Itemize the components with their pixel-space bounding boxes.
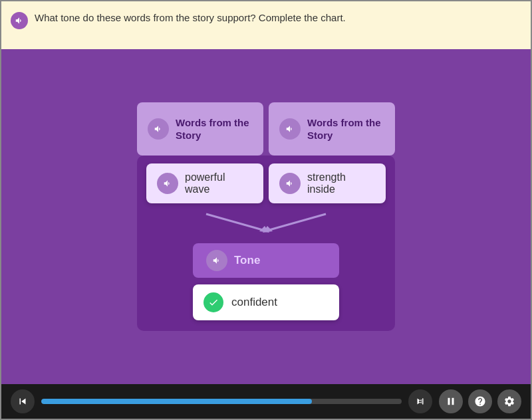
question-bar: What tone do these words from the story … (1, 1, 531, 49)
speaker-icon (212, 256, 221, 265)
toolbar (1, 384, 531, 419)
word-card-left: powerful wave (146, 163, 263, 203)
toolbar-right (439, 389, 521, 413)
audio-button-left-header[interactable] (148, 118, 169, 140)
word-cards-row: powerful wave strength inside (146, 163, 386, 203)
speaker-icon (154, 124, 163, 134)
svg-line-0 (206, 214, 263, 230)
audio-button-word-right[interactable] (279, 173, 301, 194)
audio-button-tone[interactable] (206, 250, 227, 271)
story-box-left: Words from the Story (137, 102, 263, 156)
help-button[interactable] (468, 389, 492, 413)
word-right-text: strength inside (307, 171, 375, 195)
audio-icon (15, 16, 24, 25)
checkmark-icon (208, 297, 219, 308)
skip-forward-button[interactable] (408, 389, 432, 413)
progress-track[interactable] (41, 399, 402, 404)
progress-fill (41, 399, 312, 404)
story-box-left-label: Words from the Story (176, 116, 253, 142)
answer-card: confident (193, 284, 339, 320)
speaker-icon (285, 179, 295, 188)
main-content: Words from the Story Words from the Stor… (1, 49, 531, 384)
top-row: Words from the Story Words from the Stor… (137, 102, 395, 156)
skip-forward-icon (414, 395, 426, 407)
speaker-icon (285, 124, 295, 134)
story-box-right: Words from the Story (269, 102, 395, 156)
skip-back-icon (17, 395, 29, 407)
story-box-right-label: Words from the Story (307, 116, 384, 142)
word-card-right: strength inside (269, 163, 386, 203)
settings-button[interactable] (497, 389, 521, 413)
audio-button-right-header[interactable] (279, 118, 301, 140)
skip-back-button[interactable] (11, 389, 35, 413)
tone-box: Tone (193, 243, 339, 278)
word-left-text: powerful wave (185, 171, 253, 195)
svg-line-1 (269, 214, 326, 230)
pause-icon (445, 395, 457, 407)
question-text: What tone do these words from the story … (35, 11, 346, 26)
pause-button[interactable] (439, 389, 463, 413)
tone-label: Tone (234, 254, 260, 267)
chart-wrapper: Words from the Story Words from the Stor… (137, 102, 395, 331)
speaker-icon (163, 179, 172, 188)
progress-container (41, 399, 402, 404)
audio-button-word-left[interactable] (157, 173, 178, 194)
help-icon (474, 395, 486, 407)
settings-icon (503, 395, 515, 407)
check-circle (203, 292, 223, 312)
answer-text: confident (231, 296, 277, 309)
question-icon (11, 12, 28, 29)
arrows-svg (146, 213, 386, 237)
purple-background-block: powerful wave strength inside (137, 156, 395, 331)
